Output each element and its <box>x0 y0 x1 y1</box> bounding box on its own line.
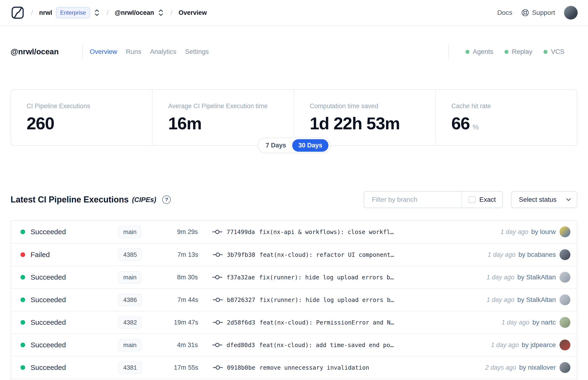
workspace-header: @nrwl/ocean Overview Runs Analytics Sett… <box>11 44 577 60</box>
tab-runs[interactable]: Runs <box>126 48 141 56</box>
app-header: / nrwl Enterprise / @nrwl/ocean / Overvi… <box>0 0 588 26</box>
commit[interactable]: f37a32ae fix(runner): hide log upload er… <box>212 274 396 281</box>
exact-checkbox[interactable] <box>469 196 475 203</box>
author[interactable]: by nixallover <box>519 364 556 371</box>
status-dot-icon <box>20 365 25 370</box>
workspace-switcher-icon[interactable] <box>157 8 164 18</box>
commit[interactable]: 0918b0be remove unnecessary invalidation <box>213 364 396 371</box>
lifebuoy-icon <box>521 9 529 17</box>
section-subtitle: (CIPEs) <box>132 196 156 204</box>
commit[interactable]: b8726327 fix(runner): hide log upload er… <box>213 297 396 303</box>
author-avatar[interactable] <box>560 340 570 350</box>
branch-badge[interactable]: 4386 <box>118 294 142 306</box>
tab-overview[interactable]: Overview <box>90 48 117 56</box>
tab-settings[interactable]: Settings <box>185 48 209 56</box>
range-7-days-button[interactable]: 7 Days <box>259 142 292 149</box>
breadcrumb-org[interactable]: nrwl <box>39 9 52 17</box>
author-avatar[interactable] <box>560 272 570 283</box>
date-range-toggle: 7 Days 30 Days <box>258 137 330 153</box>
stats-cards: CI Pipeline Executions 260 Average CI Pi… <box>11 89 577 146</box>
row-meta: 1 day ago by lourw <box>500 227 570 237</box>
section-controls: Exact Select status <box>364 191 577 208</box>
range-30-days-button[interactable]: 30 Days <box>292 139 328 152</box>
help-icon[interactable]: ? <box>162 195 171 204</box>
service-vcs[interactable]: VCS <box>544 48 565 56</box>
status-dot-icon <box>20 252 25 257</box>
table-row[interactable]: Succeeded 4386 7m 44s b8726327 fix(runne… <box>11 288 577 311</box>
time-ago: 1 day ago <box>487 296 515 303</box>
status-label: Succeeded <box>31 341 101 349</box>
service-agents[interactable]: Agents <box>465 48 493 56</box>
branch-badge[interactable]: main <box>118 271 141 284</box>
user-avatar[interactable] <box>564 6 578 19</box>
time-ago: 1 day ago <box>491 342 519 348</box>
author[interactable]: by nartc <box>532 319 556 326</box>
cipe-table: Succeeded main 9m 29s 771499da fix(nx-ap… <box>11 220 577 380</box>
commit[interactable]: 771499da fix(nx-api & workflows): close … <box>212 228 396 235</box>
time-ago: 1 day ago <box>501 319 530 326</box>
status-select-dropdown[interactable]: Select status <box>511 191 577 208</box>
time-ago: 1 day ago <box>500 228 529 235</box>
author[interactable]: by StalkAltan <box>517 296 556 303</box>
author-avatar[interactable] <box>560 249 570 260</box>
time-ago: 1 day ago <box>488 251 515 258</box>
author[interactable]: by lourw <box>531 228 556 235</box>
status-dot-icon <box>20 320 25 325</box>
duration: 9m 29s <box>151 228 198 236</box>
exact-toggle[interactable]: Exact <box>461 192 502 208</box>
git-commit-icon <box>213 297 223 303</box>
author-avatar[interactable] <box>560 294 570 305</box>
branch-badge[interactable]: main <box>118 226 141 238</box>
author[interactable]: by jdpearce <box>522 341 556 348</box>
author[interactable]: by StalkAltan <box>517 273 556 281</box>
breadcrumb-workspace[interactable]: @nrwl/ocean <box>115 9 154 17</box>
branch-filter-input[interactable] <box>364 192 461 208</box>
service-replay[interactable]: Replay <box>505 48 532 56</box>
row-meta: 2 days ago by nixallover <box>485 362 570 373</box>
tab-analytics[interactable]: Analytics <box>150 48 176 56</box>
branch-badge[interactable]: 4382 <box>118 316 142 329</box>
git-commit-icon <box>212 229 222 235</box>
breadcrumb-separator: / <box>31 9 33 17</box>
duration: 19m 47s <box>151 319 198 326</box>
status-label: Succeeded <box>31 363 101 372</box>
author-avatar[interactable] <box>560 362 570 373</box>
author[interactable]: by bcabanes <box>518 251 556 258</box>
status-dot-icon <box>20 229 25 234</box>
commit[interactable]: dfed80d3 feat(nx-cloud): add time-saved … <box>212 342 396 348</box>
stat-label: Cache hit rate <box>451 102 568 110</box>
row-meta: 1 day ago by bcabanes <box>488 249 570 260</box>
commit-hash: 2d58f6d3 <box>227 319 255 326</box>
status-dot-icon <box>20 342 25 347</box>
table-row[interactable]: Succeeded main 9m 29s 771499da fix(nx-ap… <box>11 221 577 243</box>
branch-badge[interactable]: 4381 <box>118 361 142 374</box>
author-avatar[interactable] <box>560 227 570 237</box>
table-row[interactable]: Failed 4385 7m 13s 3b79fb38 feat(nx-clou… <box>11 243 577 266</box>
enterprise-badge: Enterprise <box>56 7 90 18</box>
commit[interactable]: 2d58f6d3 feat(nx-cloud): PermissionError… <box>213 319 396 326</box>
percent-suffix: % <box>473 123 479 131</box>
section-title: Latest CI Pipeline Executions <box>11 195 129 205</box>
table-row[interactable]: Succeeded 4381 17m 55s 0918b0be remove u… <box>11 356 577 379</box>
exact-label: Exact <box>479 196 496 203</box>
support-link[interactable]: Support <box>521 9 555 17</box>
author-avatar[interactable] <box>560 317 570 328</box>
stat-label: CI Pipeline Executions <box>27 102 143 110</box>
stat-value: 66 % <box>451 114 568 133</box>
table-row[interactable]: Succeeded main 4m 31s dfed80d3 feat(nx-c… <box>11 333 577 356</box>
service-status-group: Agents Replay VCS <box>449 44 565 59</box>
branch-badge[interactable]: 4385 <box>118 248 142 261</box>
branch-badge[interactable]: main <box>118 339 141 351</box>
commit-hash: b8726327 <box>227 297 255 303</box>
commit-message: fix(runner): hide log upload errors b… <box>259 274 394 281</box>
git-commit-icon <box>212 342 222 348</box>
table-row[interactable]: Succeeded 4382 19m 47s 2d58f6d3 feat(nx-… <box>11 311 577 333</box>
org-switcher-icon[interactable] <box>93 8 100 18</box>
divider <box>449 44 449 59</box>
table-row[interactable]: Succeeded main 8m 30s f37a32ae fix(runne… <box>11 266 577 288</box>
commit[interactable]: 3b79fb38 feat(nx-cloud): refactor UI com… <box>213 251 396 258</box>
nx-cloud-logo[interactable] <box>10 5 25 20</box>
service-vcs-label: VCS <box>551 48 565 56</box>
docs-link[interactable]: Docs <box>497 9 512 17</box>
commit-message: feat(nx-cloud): add time-saved end po… <box>259 342 394 348</box>
